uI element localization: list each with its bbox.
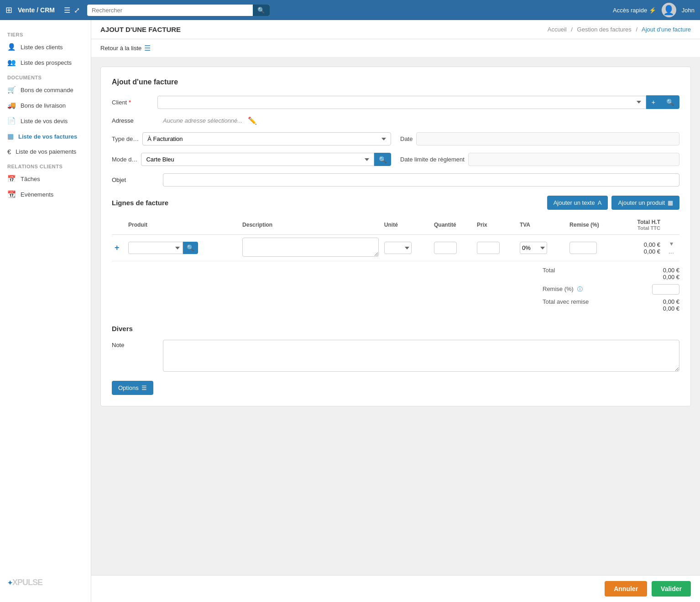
sidebar-item-liste-prospects[interactable]: 👥 Liste des prospects [0, 55, 91, 70]
total-remise-ttc: 0,00 € [663, 305, 679, 312]
mode-select-wrap: Carte Bleu 🔍 [141, 153, 391, 166]
lines-header: Lignes de facture Ajouter un texte A Ajo… [112, 196, 679, 210]
search-button[interactable]: 🔍 [253, 5, 270, 16]
mode-select[interactable]: Carte Bleu [141, 153, 374, 166]
date-limite-label: Date limite de règlement [400, 156, 465, 163]
valider-button[interactable]: Valider [652, 581, 691, 597]
sidebar-item-liste-clients[interactable]: 👤 Liste des clients [0, 39, 91, 55]
remise-summary-label: Remise (%) ⓘ [543, 285, 583, 293]
sidebar-item-liste-paiements[interactable]: € Liste de vos paiements [0, 144, 91, 159]
cart-icon: 🛒 [7, 86, 16, 94]
text-icon: A [598, 199, 602, 206]
th-produit: Produit [125, 215, 240, 235]
objet-label: Objet [112, 176, 157, 183]
th-unite: Unité [381, 215, 431, 235]
sidebar: TIERS 👤 Liste des clients 👥 Liste des pr… [0, 20, 91, 602]
event-icon: 📆 [7, 190, 16, 198]
back-label: Retour à la liste [100, 45, 141, 52]
type-label: Type de… [112, 135, 139, 142]
summary-section: Total 0,00 € 0,00 € Remise (%) ⓘ 0 [543, 265, 679, 314]
grid-icon[interactable]: ⊞ [5, 5, 12, 15]
global-remise-input[interactable]: 0 [652, 284, 679, 295]
breadcrumb-accueil[interactable]: Accueil [548, 26, 567, 33]
date-col: Date 2019-05-23 [400, 132, 679, 145]
calendar-icon: 📅 [7, 175, 16, 183]
objet-input[interactable] [163, 173, 679, 187]
avatar: 👤 [662, 3, 676, 17]
app-title: Vente / CRM [18, 6, 55, 14]
back-link-bar: Retour à la liste ☰ [91, 39, 700, 57]
sidebar-item-bons-commande[interactable]: 🛒 Bons de commande [0, 82, 91, 98]
person-icon: 👤 [7, 43, 16, 51]
annuler-button[interactable]: Annuler [605, 581, 647, 597]
doc-icon: 📄 [7, 117, 16, 125]
invoice-table: Produit Description Unité Quantité Prix … [112, 215, 679, 261]
client-add-button[interactable]: + [646, 95, 661, 109]
sidebar-item-liste-factures[interactable]: ▦ Liste de vos factures [0, 129, 91, 144]
summary-total-remise-row: Total avec remise 0,00 € 0,00 € [543, 296, 679, 314]
client-row: Client * + 🔍 [112, 95, 679, 109]
tva-select[interactable]: 0% [520, 242, 547, 254]
th-quantite: Quantité [431, 215, 474, 235]
more-options-button[interactable]: ··· [666, 249, 677, 256]
sidebar-item-evenements[interactable]: 📆 Evènements [0, 187, 91, 202]
sidebar-item-label: Tâches [21, 176, 40, 182]
back-link[interactable]: Retour à la liste ☰ [100, 44, 151, 52]
prix-input[interactable]: 0.0 [477, 242, 500, 254]
sidebar-item-label: Liste de vos devis [21, 118, 68, 125]
sidebar-item-label: Bons de commande [21, 87, 73, 93]
breadcrumb-gestion-factures[interactable]: Gestion des factures [577, 26, 632, 33]
add-line-button[interactable]: + [115, 243, 120, 253]
breadcrumb-bar: AJOUT D'UNE FACTURE Accueil / Gestion de… [91, 20, 700, 39]
mode-search-button[interactable]: 🔍 [374, 153, 391, 166]
sidebar-section-relations-clients: RELATIONS CLIENTS 📅 Tâches 📆 Evènements [0, 159, 91, 202]
quantite-input[interactable]: 1.0 [434, 242, 457, 254]
menu-icon[interactable]: ☰ [64, 6, 70, 15]
description-input[interactable] [242, 238, 379, 257]
form-card-title: Ajout d'une facture [112, 78, 679, 86]
client-select[interactable] [157, 96, 646, 109]
sidebar-item-bons-livraison[interactable]: 🚚 Bons de livraison [0, 98, 91, 113]
main-layout: TIERS 👤 Liste des clients 👥 Liste des pr… [0, 20, 700, 602]
address-edit-button[interactable]: ✏️ [248, 116, 257, 125]
note-row: Note [112, 340, 679, 372]
form-card: Ajout d'une facture Client * + 🔍 Adresse… [100, 67, 691, 406]
note-textarea[interactable] [163, 340, 679, 372]
page-title: AJOUT D'UNE FACTURE [100, 26, 181, 33]
address-value: Aucune adresse sélectionné... [163, 117, 242, 124]
type-select-wrap: À Facturation [142, 132, 391, 145]
lines-title: Lignes de facture [112, 199, 168, 207]
settings-icon: ☰ [141, 384, 147, 391]
options-button[interactable]: Options ☰ [112, 381, 153, 395]
info-icon: ⓘ [577, 286, 583, 292]
table-row: + 🔍 [112, 235, 679, 261]
chevron-down-button[interactable]: ▾ [666, 240, 677, 247]
date-input[interactable]: 2019-05-23 [416, 132, 679, 145]
search-input[interactable] [87, 5, 270, 16]
content-area: AJOUT D'UNE FACTURE Accueil / Gestion de… [91, 20, 700, 602]
sidebar-item-taches[interactable]: 📅 Tâches [0, 171, 91, 187]
sidebar-item-liste-devis[interactable]: 📄 Liste de vos devis [0, 113, 91, 129]
section-label-relations-clients: RELATIONS CLIENTS [0, 159, 91, 171]
section-label-documents: DOCUMENTS [0, 70, 91, 82]
search-container: 🔍 [87, 5, 270, 16]
lines-actions: Ajouter un texte A Ajouter un produit ▦ [547, 196, 679, 210]
product-select[interactable] [128, 242, 183, 254]
total-remise-ht: 0,00 € [663, 298, 679, 305]
client-search-button[interactable]: 🔍 [661, 95, 679, 109]
top-nav: ⊞ Vente / CRM ☰ ⤢ 🔍 Accès rapide ⚡ 👤 Joh… [0, 0, 700, 20]
unit-select[interactable] [384, 242, 412, 254]
th-prix: Prix [474, 215, 517, 235]
type-select[interactable]: À Facturation [142, 132, 391, 145]
date-limite-input[interactable]: 2019-05-23 [468, 153, 679, 166]
add-text-label: Ajouter un texte [554, 199, 595, 206]
bottom-action-bar: Annuler Valider [91, 575, 700, 602]
add-text-button[interactable]: Ajouter un texte A [547, 196, 608, 210]
product-search-button[interactable]: 🔍 [183, 242, 198, 254]
right-section: Accès rapide ⚡ 👤 John [613, 3, 695, 17]
sidebar-section-tiers: TIERS 👤 Liste des clients 👥 Liste des pr… [0, 27, 91, 70]
add-product-button[interactable]: Ajouter un produit ▦ [611, 196, 679, 210]
th-total: Total H.T Total TTC [620, 215, 663, 235]
expand-icon[interactable]: ⤢ [74, 6, 80, 15]
remise-input[interactable]: 0.0 [569, 242, 597, 254]
